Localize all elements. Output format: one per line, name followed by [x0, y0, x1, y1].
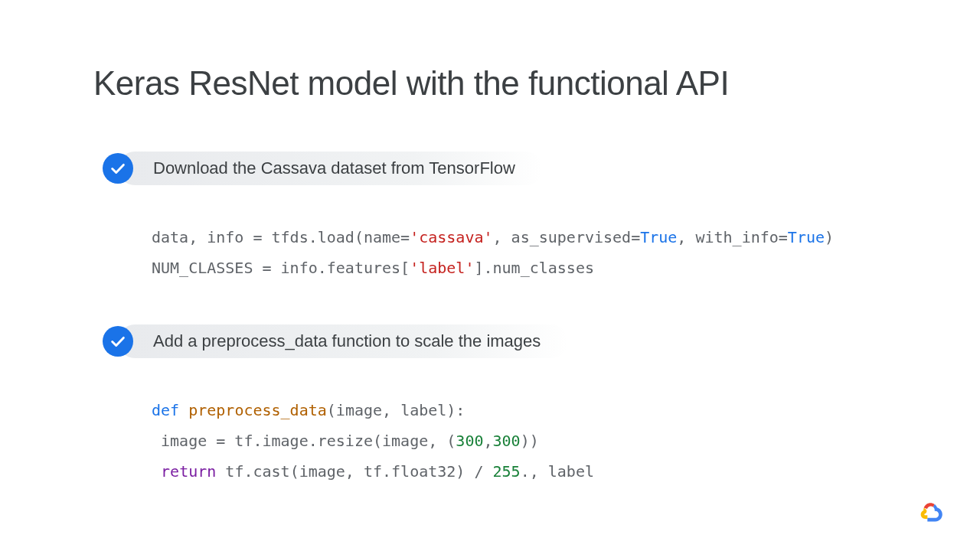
- section-download-dataset: Download the Cassava dataset from Tensor…: [103, 152, 834, 283]
- code-text: , as_supervised=: [493, 228, 641, 246]
- code-number: 255: [493, 462, 521, 481]
- code-text: ., label: [521, 462, 594, 481]
- code-bool: True: [788, 228, 825, 246]
- check-icon: [103, 153, 133, 184]
- check-icon: [103, 326, 133, 357]
- code-text: NUM_CLASSES = info.features[: [152, 259, 410, 277]
- section-header: Add a preprocess_data function to scale …: [103, 324, 594, 358]
- slide: Keras ResNet model with the functional A…: [0, 0, 980, 551]
- code-number: 300: [493, 432, 521, 450]
- section-label: Add a preprocess_data function to scale …: [118, 324, 568, 358]
- section-header: Download the Cassava dataset from Tensor…: [103, 152, 834, 185]
- code-text: [152, 462, 161, 481]
- code-text: ): [825, 228, 834, 246]
- google-cloud-logo-icon: [919, 499, 943, 523]
- code-text: image = tf.image.resize(image, (: [152, 432, 456, 450]
- code-text: tf.cast(image, tf.float32) /: [216, 462, 492, 481]
- section-label: Download the Cassava dataset from Tensor…: [118, 152, 543, 185]
- code-text: [179, 401, 188, 419]
- code-block-2: def preprocess_data(image, label): image…: [152, 395, 594, 487]
- code-text: (image, label):: [327, 401, 466, 419]
- section-preprocess-data: Add a preprocess_data function to scale …: [103, 324, 594, 487]
- code-keyword: def: [152, 401, 179, 419]
- code-string: 'cassava': [410, 228, 492, 246]
- code-number: 300: [456, 432, 483, 450]
- code-text: ].num_classes: [474, 259, 594, 277]
- code-bool: True: [640, 228, 677, 246]
- code-text: ,: [483, 432, 492, 450]
- code-string: 'label': [410, 259, 474, 277]
- code-text: data, info = tfds.load(name=: [152, 228, 410, 246]
- code-func: preprocess_data: [188, 401, 327, 419]
- code-text: , with_info=: [677, 228, 788, 246]
- code-keyword: return: [161, 462, 216, 481]
- code-text: )): [521, 432, 539, 450]
- code-block-1: data, info = tfds.load(name='cassava', a…: [152, 222, 834, 283]
- page-title: Keras ResNet model with the functional A…: [93, 64, 729, 103]
